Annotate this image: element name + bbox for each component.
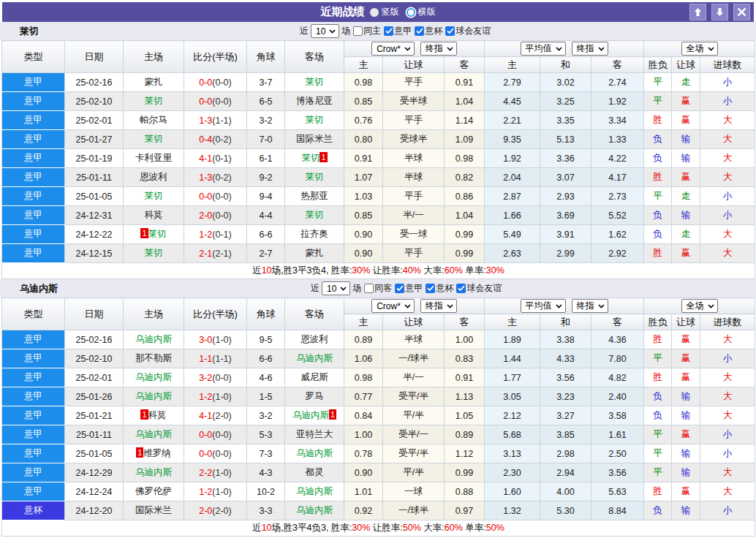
avg-draw-cell: 3.91 <box>540 225 591 244</box>
recent-results-panel: 近期战绩 竖版 横版 <box>0 0 756 538</box>
halftime-score: (0-0) <box>212 430 231 440</box>
odds-away-cell: 0.91 <box>445 73 485 92</box>
fulltime-select[interactable]: 全场 <box>681 42 718 56</box>
team-name: 乌迪内斯 <box>135 334 172 344</box>
league3-checkbox[interactable] <box>445 26 455 36</box>
odds-away-cell: 0.99 <box>445 225 485 244</box>
avg-home-cell: 5.68 <box>485 425 540 444</box>
radio-selected-icon[interactable] <box>370 8 379 17</box>
league1-label: 意甲 <box>394 25 412 37</box>
result-cell: 负 <box>644 225 672 244</box>
date-cell: 25-01-11 <box>65 168 124 187</box>
home-team-cell: 乌迪内斯 <box>124 368 184 387</box>
corners-cell: 3-7 <box>247 73 285 92</box>
odds-home-cell: 0.78 <box>344 444 383 463</box>
league1-checkbox[interactable] <box>395 284 404 293</box>
date-cell: 25-01-21 <box>65 406 124 425</box>
team-name: 恩波利 <box>140 172 167 182</box>
same-venue-checkbox[interactable] <box>353 26 363 36</box>
chevron-down-icon <box>447 304 453 308</box>
chevron-down-icon <box>556 47 562 51</box>
halftime-score: (0-1) <box>212 154 231 164</box>
bookmaker-select[interactable]: Crow* <box>371 42 415 56</box>
league1-checkbox[interactable] <box>384 26 393 36</box>
score-cell: 3-2(0-0) <box>184 368 247 387</box>
corners-cell: 9-2 <box>247 168 285 187</box>
avg-home-cell: 2.30 <box>485 463 540 482</box>
avg-home-cell: 4.45 <box>485 92 540 111</box>
final-odds-select[interactable]: 终指 <box>420 42 457 56</box>
fulltime-select[interactable]: 全场 <box>681 299 718 313</box>
fulltime-score: 0-0 <box>199 430 212 440</box>
handicap-result-cell: 输 <box>672 387 700 406</box>
games-count-select[interactable]: 10 <box>322 281 350 295</box>
avg-away-cell: 1.33 <box>591 130 644 149</box>
radio-unselected-icon[interactable] <box>407 8 415 17</box>
fulltime-score: 1-2 <box>199 230 212 240</box>
games-count-select[interactable]: 10 <box>311 24 339 38</box>
avg-away-cell: 4.82 <box>591 368 644 387</box>
radio-horizontal-layout[interactable]: 横版 <box>407 6 436 18</box>
col-type: 类型 <box>2 41 65 73</box>
goals-result-cell: 大 <box>700 463 755 482</box>
team-name: 威尼斯 <box>300 372 328 382</box>
score-cell: 0-0(0-0) <box>184 187 247 206</box>
avg-away-cell: 2.50 <box>591 444 644 463</box>
close-button[interactable] <box>733 4 750 20</box>
bookmaker-select[interactable]: Crow* <box>371 299 415 313</box>
odds-home-cell: 0.76 <box>344 111 383 130</box>
result-cell: 负 <box>644 130 672 149</box>
average-select[interactable]: 平均值 <box>521 299 566 313</box>
radio-vertical-layout[interactable]: 竖版 <box>370 6 399 18</box>
move-up-button[interactable] <box>689 4 706 20</box>
goals-result-cell: 小 <box>700 349 755 368</box>
col-avg-draw: 和 <box>540 314 591 330</box>
corners-cell: 4-3 <box>247 463 285 482</box>
same-venue-checkbox[interactable] <box>364 284 374 293</box>
move-down-button[interactable] <box>711 4 728 20</box>
halftime-score: (1-0) <box>212 335 231 345</box>
league2-checkbox[interactable] <box>415 26 424 36</box>
odds-home-cell: 1.03 <box>344 187 383 206</box>
halftime-score: (2-0) <box>212 506 231 516</box>
avg-draw-cell: 2.99 <box>540 244 591 263</box>
red-card-badge: 1 <box>136 447 143 458</box>
result-cell: 平 <box>644 92 672 111</box>
score-cell: 2-0(2-0) <box>184 501 247 520</box>
check-icon <box>416 28 423 34</box>
avg-draw-cell: 3.85 <box>540 425 591 444</box>
handicap-result-cell: 走 <box>672 187 700 206</box>
team-name: 罗马 <box>306 391 324 401</box>
avg-draw-cell: 3.38 <box>540 330 591 349</box>
final-avg-select[interactable]: 终指 <box>572 299 608 313</box>
league3-checkbox[interactable] <box>456 284 466 293</box>
col-odds-away: 客 <box>445 314 485 330</box>
away-team-cell: 莱切 <box>285 168 344 187</box>
final-odds-select[interactable]: 终指 <box>420 299 457 313</box>
odds-away-cell: 0.89 <box>445 425 485 444</box>
col-odds-handicap: 让球 <box>383 57 445 73</box>
col-result: 胜负 <box>644 57 672 73</box>
halftime-score: (1-1) <box>212 354 231 364</box>
league2-checkbox[interactable] <box>426 284 435 293</box>
average-select[interactable]: 平均值 <box>521 42 566 56</box>
league-cell: 意甲 <box>2 149 65 168</box>
odds-home-cell: 1.07 <box>344 168 383 187</box>
avg-home-cell: 2.63 <box>485 244 540 263</box>
red-card-badge: 1 <box>320 152 327 162</box>
avg-away-cell: 2.92 <box>591 244 644 263</box>
home-team-cell: 莱切 <box>124 187 184 206</box>
date-cell: 25-01-05 <box>65 187 124 206</box>
odds-away-cell: 1.04 <box>445 92 485 111</box>
final-avg-select[interactable]: 终指 <box>572 42 608 56</box>
odds-home-cell: 0.89 <box>344 330 383 349</box>
check-icon <box>447 28 454 34</box>
date-cell: 25-01-26 <box>65 387 124 406</box>
team-name: 热那亚 <box>300 191 328 201</box>
corners-cell: 4-4 <box>247 206 285 225</box>
odds-home-cell: 0.92 <box>344 501 383 520</box>
result-cell: 负 <box>644 206 672 225</box>
col-date: 日期 <box>65 298 124 330</box>
corners-cell: 2-7 <box>247 244 285 263</box>
col-handicap-result: 让球 <box>672 314 700 330</box>
